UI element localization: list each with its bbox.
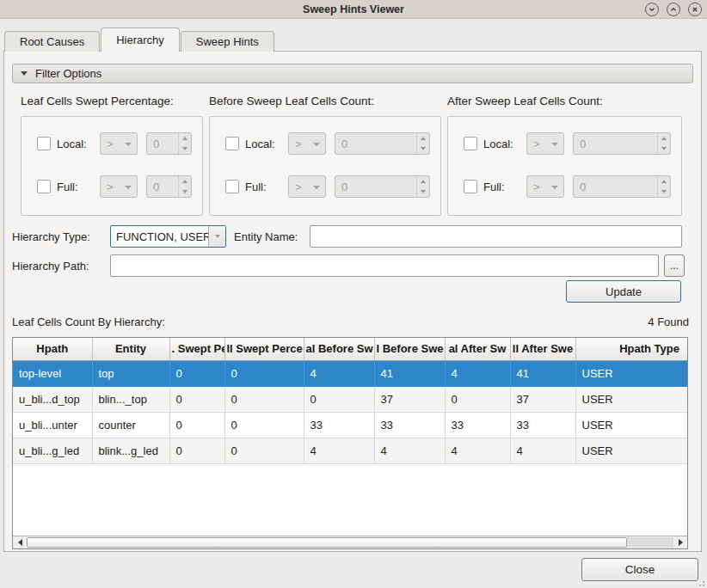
table-cell[interactable]: blin..._top (92, 386, 169, 412)
h-scrollbar[interactable] (13, 536, 687, 548)
scroll-left-button[interactable] (13, 536, 27, 548)
spin-buttons[interactable] (416, 133, 429, 154)
table-cell[interactable]: USER (575, 438, 687, 463)
operator-combobox[interactable]: > (288, 132, 326, 155)
table-cell[interactable]: 0 (304, 386, 374, 412)
column-header[interactable]: . Swept Pe (169, 338, 224, 360)
table-cell[interactable]: u_bli...d_top (13, 386, 92, 412)
entity-name-input[interactable] (310, 225, 682, 248)
browse-button[interactable]: ... (664, 254, 685, 277)
table-cell[interactable]: 0 (224, 386, 304, 412)
table-cell[interactable]: blink...g_led (92, 438, 169, 463)
table-cell[interactable]: 37 (374, 386, 445, 412)
hierarchy-path-input[interactable] (110, 254, 659, 277)
local-checkbox[interactable] (225, 137, 239, 150)
value-spinbox[interactable]: 0 (146, 175, 192, 198)
column-header[interactable]: Hpath (13, 338, 92, 360)
value-spinbox[interactable]: 0 (573, 175, 671, 198)
table-cell[interactable]: 0 (224, 438, 304, 463)
group-box-before-sweep: Local: > 0 Full: > 0 (209, 116, 441, 216)
table-cell[interactable]: counter (92, 412, 169, 438)
minimize-button[interactable] (645, 3, 659, 16)
table-row[interactable]: u_bli...d_topblin..._top00037037USER (13, 386, 687, 412)
table-row[interactable]: u_bli...untercounter0033333333USER (13, 412, 687, 438)
table-cell[interactable]: 33 (445, 412, 510, 438)
table-cell[interactable]: 33 (374, 412, 445, 438)
filter-options-header[interactable]: Filter Options (12, 64, 693, 83)
operator-combobox[interactable]: > (288, 175, 326, 198)
column-header[interactable]: ll After Swe (510, 338, 575, 360)
table-cell[interactable]: 0 (224, 360, 304, 386)
column-header[interactable]: ll Swept Perce (224, 338, 304, 360)
value-spinbox[interactable]: 0 (335, 132, 430, 155)
table-cell[interactable]: 41 (510, 360, 575, 386)
table-cell[interactable]: 0 (169, 386, 224, 412)
column-header[interactable]: l Before Swe (374, 338, 445, 360)
column-header[interactable]: al After Sw (445, 338, 510, 360)
group-label-before-sweep: Before Sweep Leaf Cells Count: (209, 95, 374, 107)
chevron-down-icon (648, 5, 656, 14)
table-row[interactable]: u_bli...g_ledblink...g_led004444USER (13, 438, 687, 463)
table-cell[interactable]: u_bli...unter (13, 412, 92, 438)
table-cell[interactable]: top (92, 360, 169, 386)
table-cell[interactable]: 33 (304, 412, 374, 438)
hierarchy-type-combobox[interactable]: FUNCTION, USER (110, 225, 226, 248)
table-cell[interactable]: 37 (510, 386, 575, 412)
table-cell[interactable]: 4 (374, 438, 445, 463)
table-cell[interactable]: USER (575, 412, 687, 438)
value-spinbox[interactable]: 0 (335, 175, 430, 198)
operator-combobox[interactable]: > (526, 175, 564, 198)
window-title: Sweep Hints Viewer (303, 3, 404, 15)
local-checkbox[interactable] (464, 137, 477, 150)
maximize-button[interactable] (667, 3, 680, 16)
table-cell[interactable]: top-level (13, 360, 92, 386)
table-cell[interactable]: USER (575, 360, 687, 386)
operator-combobox[interactable]: > (100, 132, 138, 155)
table-cell[interactable]: 4 (445, 360, 510, 386)
table-cell[interactable]: 4 (304, 360, 374, 386)
table-cell[interactable]: 0 (224, 412, 304, 438)
dialog-close-button[interactable]: Close (581, 558, 698, 581)
spin-down-icon (182, 190, 188, 193)
column-header[interactable]: Entity (92, 338, 169, 360)
operator-value: > (533, 138, 540, 150)
table-cell[interactable]: 4 (445, 438, 510, 463)
table-cell[interactable]: 0 (169, 360, 224, 386)
full-checkbox[interactable] (37, 180, 51, 193)
table-cell[interactable]: 0 (445, 386, 510, 412)
tab-sweep-hints[interactable]: Sweep Hints (181, 31, 274, 52)
table-cell[interactable]: 0 (169, 438, 224, 463)
dropdown-arrow-button[interactable] (208, 226, 225, 247)
full-checkbox[interactable] (225, 180, 239, 193)
table-cell[interactable]: 0 (169, 412, 224, 438)
spin-buttons[interactable] (178, 133, 191, 154)
value-spinbox[interactable]: 0 (146, 132, 192, 155)
table-cell[interactable]: USER (575, 386, 687, 412)
operator-combobox[interactable]: > (526, 132, 564, 155)
spin-buttons[interactable] (657, 133, 670, 154)
table-cell[interactable]: u_bli...g_led (13, 438, 92, 463)
column-header[interactable]: al Before Sw (304, 338, 374, 360)
spin-buttons[interactable] (178, 176, 191, 197)
close-button[interactable] (688, 3, 702, 16)
resize-grip[interactable] (696, 578, 704, 586)
spin-buttons[interactable] (657, 176, 670, 197)
table-cell[interactable]: 33 (510, 412, 575, 438)
operator-combobox[interactable]: > (100, 175, 138, 198)
table-cell[interactable]: 41 (374, 360, 445, 386)
title-bar: Sweep Hints Viewer (0, 0, 707, 19)
tab-root-causes[interactable]: Root Causes (4, 31, 100, 52)
value-spinbox[interactable]: 0 (573, 132, 671, 155)
table-cell[interactable]: 4 (510, 438, 575, 463)
scrollbar-groove[interactable] (627, 537, 673, 548)
scrollbar-thumb[interactable] (27, 537, 627, 548)
tab-hierarchy[interactable]: Hierarchy (101, 28, 180, 52)
full-checkbox[interactable] (464, 180, 477, 193)
table-row[interactable]: top-leveltop00441441USER (13, 360, 687, 386)
spin-buttons[interactable] (416, 176, 429, 197)
scroll-right-button[interactable] (673, 536, 687, 548)
column-header[interactable]: Hpath Type (575, 338, 687, 360)
local-checkbox[interactable] (37, 137, 51, 150)
update-button[interactable]: Update (566, 280, 681, 303)
table-cell[interactable]: 4 (304, 438, 374, 463)
